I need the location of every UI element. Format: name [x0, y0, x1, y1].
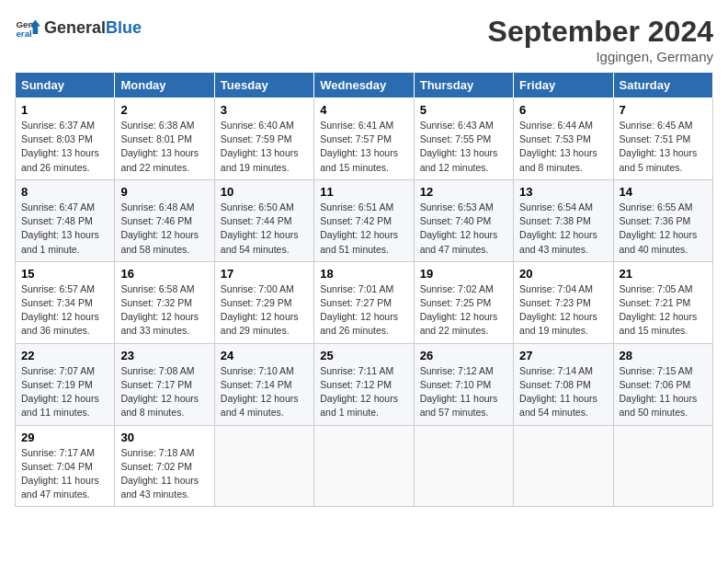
table-row: 13Sunrise: 6:54 AM Sunset: 7:38 PM Dayli… — [514, 179, 613, 261]
day-number: 7 — [620, 103, 707, 117]
table-row: 26Sunrise: 7:12 AM Sunset: 7:10 PM Dayli… — [414, 343, 513, 425]
day-number: 1 — [21, 103, 108, 117]
day-number: 15 — [21, 267, 108, 281]
table-row: 6Sunrise: 6:44 AM Sunset: 7:53 PM Daylig… — [514, 98, 613, 180]
calendar-week-row: 15Sunrise: 6:57 AM Sunset: 7:34 PM Dayli… — [16, 261, 713, 343]
calendar-week-row: 29Sunrise: 7:17 AM Sunset: 7:04 PM Dayli… — [16, 425, 713, 507]
day-info: Sunrise: 7:07 AM Sunset: 7:19 PM Dayligh… — [21, 364, 108, 420]
day-number: 25 — [320, 349, 407, 362]
day-number: 20 — [519, 267, 607, 281]
table-row — [514, 425, 613, 507]
table-row: 2Sunrise: 6:38 AM Sunset: 8:01 PM Daylig… — [115, 98, 214, 180]
table-row: 10Sunrise: 6:50 AM Sunset: 7:44 PM Dayli… — [214, 179, 313, 261]
day-info: Sunrise: 6:48 AM Sunset: 7:46 PM Dayligh… — [120, 201, 208, 257]
table-row: 5Sunrise: 6:43 AM Sunset: 7:55 PM Daylig… — [414, 98, 513, 180]
day-info: Sunrise: 7:11 AM Sunset: 7:12 PM Dayligh… — [320, 364, 407, 420]
logo: Gen eral GeneralBlue — [15, 15, 142, 40]
col-tuesday: Tuesday — [214, 73, 313, 98]
day-number: 16 — [120, 267, 208, 281]
table-row: 9Sunrise: 6:48 AM Sunset: 7:46 PM Daylig… — [115, 179, 214, 261]
col-monday: Monday — [115, 73, 214, 98]
day-number: 28 — [620, 349, 707, 362]
table-row: 16Sunrise: 6:58 AM Sunset: 7:32 PM Dayli… — [115, 261, 214, 343]
day-number: 21 — [620, 267, 707, 281]
day-info: Sunrise: 6:37 AM Sunset: 8:03 PM Dayligh… — [21, 119, 108, 175]
logo-text: GeneralBlue — [44, 18, 142, 38]
day-info: Sunrise: 7:01 AM Sunset: 7:27 PM Dayligh… — [320, 282, 407, 339]
day-number: 24 — [221, 349, 308, 362]
table-row: 12Sunrise: 6:53 AM Sunset: 7:40 PM Dayli… — [414, 179, 513, 261]
table-row: 24Sunrise: 7:10 AM Sunset: 7:14 PM Dayli… — [214, 343, 313, 425]
day-number: 30 — [120, 431, 208, 444]
day-number: 29 — [21, 431, 108, 444]
logo-icon: Gen eral — [15, 15, 40, 40]
day-info: Sunrise: 6:57 AM Sunset: 7:34 PM Dayligh… — [21, 282, 108, 339]
day-info: Sunrise: 6:41 AM Sunset: 7:57 PM Dayligh… — [320, 119, 407, 175]
page-header: Gen eral GeneralBlue September 2024 Iggi… — [15, 15, 713, 64]
day-info: Sunrise: 6:47 AM Sunset: 7:48 PM Dayligh… — [21, 201, 108, 257]
day-number: 11 — [320, 185, 407, 199]
day-info: Sunrise: 6:53 AM Sunset: 7:40 PM Dayligh… — [420, 201, 507, 257]
day-info: Sunrise: 6:51 AM Sunset: 7:42 PM Dayligh… — [320, 201, 407, 257]
day-info: Sunrise: 7:10 AM Sunset: 7:14 PM Dayligh… — [221, 364, 308, 420]
day-info: Sunrise: 6:58 AM Sunset: 7:32 PM Dayligh… — [120, 282, 208, 339]
table-row: 21Sunrise: 7:05 AM Sunset: 7:21 PM Dayli… — [613, 261, 712, 343]
calendar-week-row: 8Sunrise: 6:47 AM Sunset: 7:48 PM Daylig… — [16, 179, 713, 261]
day-number: 6 — [519, 103, 607, 117]
day-info: Sunrise: 6:55 AM Sunset: 7:36 PM Dayligh… — [620, 201, 707, 257]
day-number: 10 — [221, 185, 308, 199]
table-row: 23Sunrise: 7:08 AM Sunset: 7:17 PM Dayli… — [115, 343, 214, 425]
location-title: Iggingen, Germany — [488, 49, 713, 64]
day-info: Sunrise: 7:12 AM Sunset: 7:10 PM Dayligh… — [420, 364, 507, 420]
day-info: Sunrise: 6:54 AM Sunset: 7:38 PM Dayligh… — [519, 201, 607, 257]
day-info: Sunrise: 6:44 AM Sunset: 7:53 PM Dayligh… — [519, 119, 607, 175]
table-row: 30Sunrise: 7:18 AM Sunset: 7:02 PM Dayli… — [115, 425, 214, 507]
logo-general: General — [44, 18, 106, 37]
day-info: Sunrise: 7:17 AM Sunset: 7:04 PM Dayligh… — [21, 446, 108, 502]
table-row: 25Sunrise: 7:11 AM Sunset: 7:12 PM Dayli… — [314, 343, 414, 425]
day-info: Sunrise: 7:18 AM Sunset: 7:02 PM Dayligh… — [120, 446, 208, 502]
table-row: 11Sunrise: 6:51 AM Sunset: 7:42 PM Dayli… — [314, 179, 414, 261]
title-area: September 2024 Iggingen, Germany — [488, 15, 713, 64]
table-row: 29Sunrise: 7:17 AM Sunset: 7:04 PM Dayli… — [16, 425, 115, 507]
col-sunday: Sunday — [16, 73, 115, 98]
day-number: 18 — [320, 267, 407, 281]
day-number: 14 — [620, 185, 707, 199]
month-title: September 2024 — [488, 15, 713, 49]
day-info: Sunrise: 7:15 AM Sunset: 7:06 PM Dayligh… — [620, 364, 707, 420]
day-info: Sunrise: 7:04 AM Sunset: 7:23 PM Dayligh… — [519, 282, 607, 339]
col-friday: Friday — [514, 73, 613, 98]
day-number: 13 — [519, 185, 607, 199]
day-info: Sunrise: 6:45 AM Sunset: 7:51 PM Dayligh… — [620, 119, 707, 175]
table-row: 3Sunrise: 6:40 AM Sunset: 7:59 PM Daylig… — [214, 98, 313, 180]
day-number: 27 — [519, 349, 607, 362]
table-row: 27Sunrise: 7:14 AM Sunset: 7:08 PM Dayli… — [514, 343, 613, 425]
day-info: Sunrise: 6:38 AM Sunset: 8:01 PM Dayligh… — [120, 119, 208, 175]
table-row: 7Sunrise: 6:45 AM Sunset: 7:51 PM Daylig… — [613, 98, 712, 180]
table-row: 20Sunrise: 7:04 AM Sunset: 7:23 PM Dayli… — [514, 261, 613, 343]
day-number: 17 — [221, 267, 308, 281]
calendar-week-row: 22Sunrise: 7:07 AM Sunset: 7:19 PM Dayli… — [16, 343, 713, 425]
table-row: 8Sunrise: 6:47 AM Sunset: 7:48 PM Daylig… — [16, 179, 115, 261]
day-info: Sunrise: 7:00 AM Sunset: 7:29 PM Dayligh… — [221, 282, 308, 339]
table-row: 19Sunrise: 7:02 AM Sunset: 7:25 PM Dayli… — [414, 261, 513, 343]
table-row — [314, 425, 414, 507]
day-number: 9 — [120, 185, 208, 199]
table-row: 17Sunrise: 7:00 AM Sunset: 7:29 PM Dayli… — [214, 261, 313, 343]
day-info: Sunrise: 7:08 AM Sunset: 7:17 PM Dayligh… — [120, 364, 208, 420]
svg-text:eral: eral — [16, 29, 32, 39]
calendar-week-row: 1Sunrise: 6:37 AM Sunset: 8:03 PM Daylig… — [16, 98, 713, 180]
day-info: Sunrise: 7:02 AM Sunset: 7:25 PM Dayligh… — [420, 282, 507, 339]
calendar-header-row: Sunday Monday Tuesday Wednesday Thursday… — [16, 73, 713, 98]
day-number: 4 — [320, 103, 407, 117]
col-thursday: Thursday — [414, 73, 513, 98]
day-info: Sunrise: 6:43 AM Sunset: 7:55 PM Dayligh… — [420, 119, 507, 175]
table-row: 15Sunrise: 6:57 AM Sunset: 7:34 PM Dayli… — [16, 261, 115, 343]
col-saturday: Saturday — [613, 73, 712, 98]
day-info: Sunrise: 7:05 AM Sunset: 7:21 PM Dayligh… — [620, 282, 707, 339]
table-row: 4Sunrise: 6:41 AM Sunset: 7:57 PM Daylig… — [314, 98, 414, 180]
day-number: 8 — [21, 185, 108, 199]
day-number: 23 — [120, 349, 208, 362]
table-row — [414, 425, 513, 507]
day-number: 3 — [221, 103, 308, 117]
